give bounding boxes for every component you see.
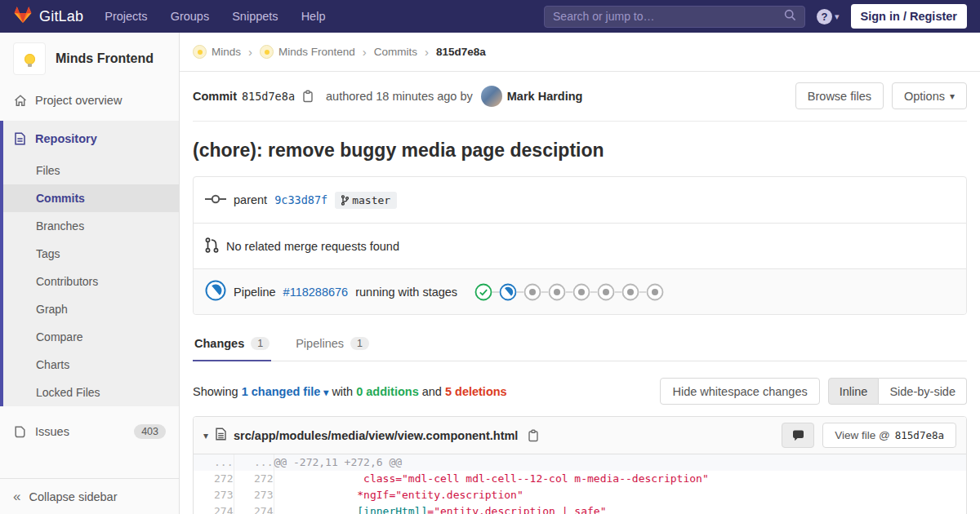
- branch-icon: [341, 195, 349, 206]
- diff-file-path[interactable]: src/app/modules/media/view/view.componen…: [234, 429, 518, 442]
- sidebar-item-label: Issues: [35, 425, 69, 438]
- line-number-new[interactable]: 272: [234, 471, 274, 487]
- commit-tabs: Changes 1 Pipelines 1: [193, 328, 967, 361]
- pipeline-mini-graph: [474, 283, 664, 301]
- options-dropdown-button[interactable]: Options ▾: [892, 82, 967, 109]
- sidebar-item-charts[interactable]: Charts: [3, 351, 179, 379]
- stage-created-icon[interactable]: [523, 283, 541, 301]
- tab-pipelines[interactable]: Pipelines 1: [294, 328, 371, 361]
- line-number-old[interactable]: 274: [194, 503, 234, 514]
- sidebar-item-compare[interactable]: Compare: [3, 323, 179, 351]
- toggle-comments-button[interactable]: [782, 423, 814, 448]
- diff-code-cell: [innerHtml]="entity.description | safe": [274, 503, 966, 514]
- diff-line-row: 272272 class="mdl-cell mdl-cell--12-col …: [194, 471, 966, 487]
- hide-whitespace-button[interactable]: Hide whitespace changes: [660, 378, 819, 405]
- author-name-link[interactable]: Mark Harding: [507, 90, 583, 103]
- commit-header: Commit 815d7e8a authored 18 minutes ago …: [193, 72, 967, 122]
- project-header-link[interactable]: Minds Frontend: [0, 33, 179, 83]
- stage-created-icon[interactable]: [548, 283, 566, 301]
- line-number-old[interactable]: 273: [194, 487, 234, 503]
- side-by-side-toggle-button[interactable]: Side-by-side: [879, 378, 967, 405]
- copy-sha-button[interactable]: [300, 90, 316, 103]
- line-number-new[interactable]: 274: [234, 503, 274, 514]
- issues-icon: [13, 426, 27, 438]
- stage-created-icon[interactable]: [572, 283, 590, 301]
- pipeline-running-icon[interactable]: [205, 280, 226, 304]
- line-number-new[interactable]: 273: [234, 487, 274, 503]
- breadcrumb-minds[interactable]: Minds: [193, 45, 241, 59]
- stage-running-icon[interactable]: [499, 283, 517, 301]
- line-number-new: ...: [234, 454, 274, 471]
- stage-created-icon[interactable]: [597, 283, 615, 301]
- sidebar-item-locked-files[interactable]: Locked Files: [3, 379, 179, 406]
- project-name: Minds Frontend: [56, 51, 154, 66]
- stage-success-icon[interactable]: [474, 283, 492, 301]
- sidebar-item-label: Project overview: [35, 94, 122, 107]
- clipboard-icon: [302, 90, 314, 103]
- diff-code-cell: *ngIf="entity.description": [274, 487, 966, 503]
- gitlab-logo[interactable]: GitLab: [13, 6, 83, 28]
- parent-row: parent 9c33d87f master: [194, 177, 966, 223]
- help-menu[interactable]: ? ▾: [817, 9, 840, 24]
- sidebar-item-repository[interactable]: Repository: [3, 121, 179, 157]
- file-icon: [216, 428, 226, 444]
- sidebar-item-tags[interactable]: Tags: [3, 240, 179, 268]
- sidebar-item-graph[interactable]: Graph: [3, 295, 179, 323]
- gitlab-logo-text: GitLab: [39, 8, 83, 25]
- sidebar-item-issues[interactable]: Issues 403: [0, 414, 179, 449]
- search-icon[interactable]: [784, 9, 796, 24]
- search-input[interactable]: [553, 10, 784, 23]
- inline-toggle-button[interactable]: Inline: [828, 378, 880, 405]
- breadcrumb-sep-icon: ›: [248, 45, 252, 59]
- pipeline-id-link[interactable]: #118288676: [283, 286, 349, 299]
- collapse-diff-icon[interactable]: ▾: [203, 430, 208, 441]
- nav-help[interactable]: Help: [301, 10, 326, 23]
- changes-count-badge: 1: [251, 337, 270, 350]
- tab-changes[interactable]: Changes 1: [193, 328, 271, 361]
- gitlab-commit-page: GitLab Projects Groups Snippets Help ? ▾…: [0, 0, 980, 514]
- sidebar-section-repository: Repository Files Commits Branches Tags C…: [0, 121, 179, 406]
- collapse-sidebar-button[interactable]: « Collapse sidebar: [0, 478, 179, 514]
- and-text: and: [422, 385, 442, 398]
- help-icon[interactable]: ?: [817, 9, 832, 24]
- view-file-button[interactable]: View file @ 815d7e8a: [822, 423, 956, 448]
- sidebar-item-contributors[interactable]: Contributors: [3, 268, 179, 295]
- sidebar-item-commits[interactable]: Commits: [3, 184, 179, 212]
- project-avatar: [13, 42, 46, 75]
- nav-snippets[interactable]: Snippets: [232, 10, 278, 23]
- sidebar-item-project-overview[interactable]: Project overview: [0, 83, 179, 117]
- line-number-old: ...: [194, 454, 234, 471]
- breadcrumb-commits[interactable]: Commits: [374, 46, 417, 58]
- diff-table: ......@@ -272,11 +272,6 @@272272 class="…: [194, 454, 966, 514]
- copy-path-button[interactable]: [525, 429, 541, 442]
- branch-badge[interactable]: master: [335, 192, 397, 209]
- collapse-label: Collapse sidebar: [29, 490, 117, 503]
- group-avatar: [193, 45, 207, 59]
- breadcrumb-minds-frontend[interactable]: Minds Frontend: [260, 45, 355, 59]
- line-number-old[interactable]: 272: [194, 471, 234, 487]
- project-avatar-small: [260, 45, 274, 59]
- author-avatar[interactable]: [481, 86, 502, 107]
- stage-created-icon[interactable]: [646, 283, 664, 301]
- sidebar-item-files[interactable]: Files: [3, 157, 179, 184]
- pipeline-row: Pipeline #118288676 running with stages: [194, 268, 966, 314]
- no-merge-requests-text: No related merge requests found: [226, 240, 399, 253]
- commit-label: Commit: [193, 90, 237, 103]
- changed-files-dropdown[interactable]: 1 changed file ▾: [242, 385, 329, 398]
- parent-sha-link[interactable]: 9c33d87f: [274, 193, 327, 206]
- nav-groups[interactable]: Groups: [171, 10, 210, 23]
- diff-view-toggle: Inline Side-by-side: [828, 378, 967, 405]
- additions-count: 0 additions: [356, 385, 419, 398]
- nav-projects[interactable]: Projects: [105, 10, 147, 23]
- commit-sha: 815d7e8a: [242, 90, 295, 103]
- repository-file-icon: [13, 132, 27, 145]
- global-search[interactable]: [544, 6, 805, 28]
- commit-title: (chore): remove buggy media page descipt…: [193, 140, 967, 162]
- comment-bubble-icon: [792, 430, 804, 441]
- signin-register-button[interactable]: Sign in / Register: [851, 4, 967, 29]
- pipelines-count-badge: 1: [350, 337, 369, 350]
- stage-created-icon[interactable]: [621, 283, 639, 301]
- sidebar-item-branches[interactable]: Branches: [3, 212, 179, 240]
- browse-files-button[interactable]: Browse files: [795, 82, 884, 109]
- breadcrumb-current-sha: 815d7e8a: [436, 46, 486, 58]
